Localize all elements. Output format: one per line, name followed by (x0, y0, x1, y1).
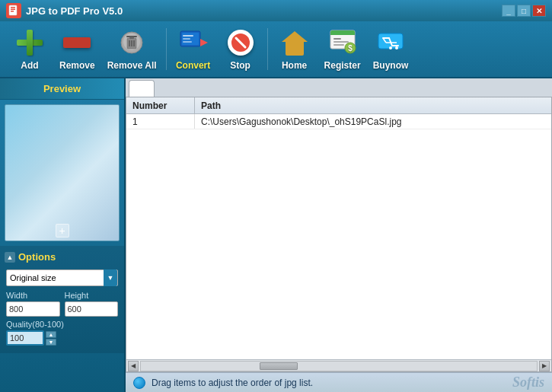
remove-icon (63, 37, 91, 48)
register-icon: $ (329, 27, 356, 57)
register-icon-area: $ (327, 27, 358, 57)
col-path-header: Path (195, 97, 551, 113)
add-icon-area (14, 27, 45, 57)
svg-rect-23 (333, 44, 344, 46)
main-content: Preview + ▲ Options Original size ▼ (0, 78, 552, 392)
stop-label: Stop (230, 60, 250, 71)
size-dropdown[interactable]: Original size ▼ (6, 269, 118, 286)
size-dropdown-arrow: ▼ (104, 269, 117, 286)
svg-rect-21 (333, 38, 341, 40)
options-body: Original size ▼ Width Height Quality(80-… (5, 265, 120, 350)
svg-rect-2 (11, 9, 15, 11)
status-dot-icon (133, 377, 145, 389)
svg-rect-1 (11, 7, 15, 8)
scrollbar-left-button[interactable]: ◀ (128, 361, 139, 371)
quality-label: Quality(80-100) (6, 320, 118, 329)
size-option-text: Original size (10, 273, 56, 282)
svg-point-27 (389, 46, 392, 49)
svg-rect-8 (129, 37, 134, 39)
quality-input[interactable] (6, 330, 44, 346)
register-label: Register (324, 60, 361, 71)
quality-row: ▲ ▼ (6, 330, 118, 346)
home-icon-area (279, 27, 310, 57)
minimize-button[interactable]: _ (502, 5, 515, 17)
svg-point-28 (395, 46, 398, 49)
options-section: ▲ Options Original size ▼ Width Height (0, 246, 124, 353)
svg-rect-3 (11, 11, 14, 12)
remove-all-icon-area (116, 27, 147, 57)
buynow-icon-area (375, 27, 406, 57)
options-header: ▲ Options (5, 249, 120, 265)
scrollbar-track[interactable] (140, 361, 538, 371)
quality-up-button[interactable]: ▲ (46, 331, 56, 338)
stop-icon (228, 30, 254, 56)
status-text: Drag items to adjust the order of jpg li… (152, 378, 313, 388)
toolbar: Add Remove Remove All (0, 21, 552, 78)
home-icon (282, 30, 308, 56)
preview-label: Preview (43, 83, 81, 94)
table-header: Number Path (126, 97, 551, 114)
quality-down-button[interactable]: ▼ (46, 339, 56, 346)
table-body: 1 C:\Users\Gagushonok\Desktop\_ohS19PCaS… (126, 114, 551, 359)
convert-icon (179, 28, 208, 57)
home-button[interactable]: Home (273, 24, 317, 74)
maximize-button[interactable]: □ (517, 5, 531, 17)
cell-path-1: C:\Users\Gagushonok\Desktop\_ohS19PCaSl.… (195, 114, 551, 129)
right-panel: Number Path 1 C:\Users\Gagushonok\Deskto… (126, 78, 552, 392)
add-icon (15, 28, 44, 57)
toolbar-divider-2 (267, 28, 268, 70)
svg-rect-0 (9, 5, 17, 15)
preview-header: Preview (0, 78, 124, 100)
width-label: Width (6, 291, 60, 300)
svg-rect-15 (183, 35, 193, 37)
svg-marker-14 (200, 39, 208, 46)
window-title: JPG to PDF Pro V5.0 (26, 5, 502, 17)
width-input[interactable] (6, 301, 60, 317)
options-label: Options (18, 251, 56, 263)
preview-add-button[interactable]: + (56, 224, 69, 237)
wh-row: Width Height (6, 291, 118, 317)
svg-rect-20 (330, 33, 355, 35)
buynow-icon (377, 27, 404, 57)
remove-button[interactable]: Remove (55, 24, 100, 74)
svg-rect-22 (333, 41, 349, 43)
app-icon (6, 3, 21, 18)
horizontal-scrollbar[interactable]: ◀ ▶ (126, 359, 551, 371)
options-chevron-icon[interactable]: ▲ (5, 252, 15, 263)
register-button[interactable]: $ Register (320, 24, 365, 74)
add-button[interactable]: Add (8, 24, 52, 74)
scrollbar-right-button[interactable]: ▶ (539, 361, 550, 371)
status-bar: Drag items to adjust the order of jpg li… (126, 372, 552, 392)
remove-all-icon (119, 30, 145, 56)
tab-files[interactable] (129, 80, 155, 97)
svg-rect-17 (183, 41, 192, 43)
remove-label: Remove (59, 60, 95, 71)
close-button[interactable]: ✕ (532, 5, 546, 17)
height-input[interactable] (65, 301, 119, 317)
scrollbar-thumb[interactable] (260, 362, 298, 370)
tab-bar (126, 78, 552, 97)
toolbar-divider-1 (166, 28, 167, 70)
height-label: Height (65, 291, 119, 300)
sidebar: Preview + ▲ Options Original size ▼ (0, 78, 126, 392)
buynow-button[interactable]: Buynow (369, 24, 413, 74)
svg-rect-16 (183, 38, 190, 40)
buynow-label: Buynow (373, 60, 409, 71)
stop-button[interactable]: Stop (219, 24, 263, 74)
quality-spinner: ▲ ▼ (46, 331, 56, 346)
add-label: Add (21, 60, 38, 71)
width-col: Width (6, 291, 60, 317)
file-table: Number Path 1 C:\Users\Gagushonok\Deskto… (126, 97, 552, 372)
home-label: Home (282, 60, 307, 71)
remove-all-button[interactable]: Remove All (103, 24, 161, 74)
convert-button[interactable]: Convert (171, 24, 215, 74)
table-row[interactable]: 1 C:\Users\Gagushonok\Desktop\_ohS19PCaS… (126, 114, 551, 129)
title-controls: _ □ ✕ (502, 5, 546, 17)
convert-icon-area (178, 27, 209, 57)
stop-icon-area (225, 27, 256, 57)
remove-icon-area (62, 27, 92, 57)
preview-area: + (5, 104, 120, 241)
height-col: Height (65, 291, 119, 317)
cell-number-1: 1 (126, 114, 195, 129)
title-bar: JPG to PDF Pro V5.0 _ □ ✕ (0, 0, 552, 21)
